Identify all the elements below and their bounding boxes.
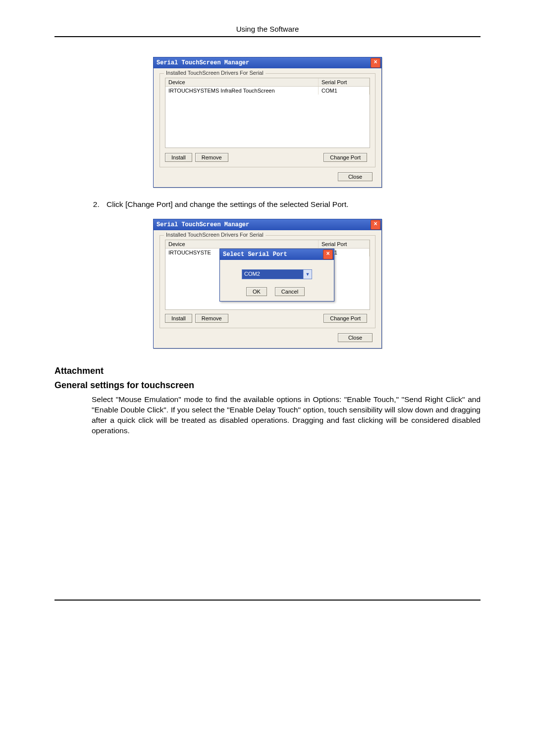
dialog-titlebar: Serial TouchScreen Manager × [154,57,381,68]
list-header: Device Serial Port [165,78,370,87]
col-device-header: Device [165,78,319,86]
page-header-title: Using the Software [236,25,299,33]
col-port-header: Serial Port [319,78,370,86]
groupbox-title: Installed TouchScreen Drivers For Serial [164,232,266,238]
remove-button[interactable]: Remove [195,314,228,323]
install-button[interactable]: Install [165,153,192,162]
col-port-header: Serial Port [319,240,370,248]
list-item-device: IRTOUCHSYSTEMS InfraRed TouchScreen [165,87,319,95]
close-icon[interactable]: × [323,250,333,259]
dialog-titlebar: Serial TouchScreen Manager × [154,219,381,230]
list-item[interactable]: IRTOUCHSYSTEMS InfraRed TouchScreen COM1 [165,87,370,95]
remove-button[interactable]: Remove [195,153,228,162]
close-button[interactable]: Close [338,172,373,181]
list-header: Device Serial Port [165,240,370,249]
step-2: Click [Change Port] and change the setti… [102,200,481,209]
cancel-button[interactable]: Cancel [275,287,305,296]
change-port-button[interactable]: Change Port [323,314,367,323]
col-device-header: Device [165,240,319,248]
heading-attachment: Attachment [54,366,481,376]
groupbox-title: Installed TouchScreen Drivers For Serial [164,70,266,76]
popup-title: Select Serial Port [223,251,323,258]
select-serial-port-dialog: Select Serial Port × COM2 ▼ OK [219,249,334,302]
page-header: Using the Software [54,25,481,37]
serial-manager-dialog: Serial TouchScreen Manager × Installed T… [153,57,382,188]
drivers-list[interactable]: Device Serial Port IRTOUCHSYSTEMS InfraR… [165,78,370,148]
list-item-port: COM1 [319,87,370,95]
ok-button[interactable]: OK [246,287,267,296]
combobox-value: COM2 [242,270,303,279]
close-icon[interactable]: × [371,220,380,230]
serial-manager-dialog-2: Serial TouchScreen Manager × Installed T… [153,219,382,349]
chevron-down-icon[interactable]: ▼ [303,270,312,279]
footer-rule [54,600,481,601]
body-paragraph: Select "Mouse Emulation" mode to find th… [54,395,481,436]
heading-general-settings: General settings for touchscreen [54,380,481,391]
drivers-groupbox: Installed TouchScreen Drivers For Serial… [160,73,375,167]
drivers-groupbox: Installed TouchScreen Drivers For Serial… [160,235,375,328]
install-button[interactable]: Install [165,314,192,323]
dialog-title: Serial TouchScreen Manager [157,59,371,66]
dialog-title: Serial TouchScreen Manager [157,221,371,228]
popup-titlebar: Select Serial Port × [220,249,334,260]
step-list: Click [Change Port] and change the setti… [54,200,481,209]
close-icon[interactable]: × [371,58,380,68]
change-port-button[interactable]: Change Port [323,153,367,162]
close-button[interactable]: Close [338,333,373,342]
serial-port-combobox[interactable]: COM2 ▼ [242,269,312,279]
